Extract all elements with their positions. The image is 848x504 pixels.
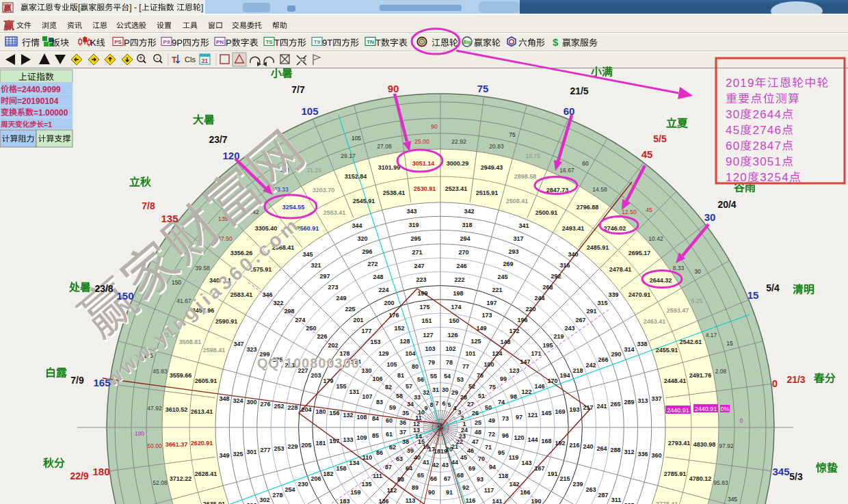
- svg-text:127: 127: [423, 332, 433, 339]
- svg-text:60: 60: [386, 417, 393, 424]
- svg-text:21/3: 21/3: [786, 374, 805, 385]
- svg-text:71: 71: [485, 444, 492, 451]
- svg-text:105: 105: [352, 135, 361, 142]
- svg-text:77: 77: [462, 363, 469, 370]
- svg-text:76: 76: [477, 372, 483, 379]
- svg-text:39.58: 39.58: [195, 265, 210, 271]
- svg-text:194: 194: [559, 372, 570, 379]
- svg-text:265: 265: [610, 401, 620, 408]
- svg-text:133: 133: [343, 436, 353, 443]
- svg-text:6: 6: [442, 400, 445, 407]
- svg-text:62: 62: [389, 444, 396, 451]
- svg-text:3559.66: 3559.66: [170, 372, 192, 379]
- svg-text:2793.41: 2793.41: [668, 440, 691, 447]
- svg-text:47: 47: [472, 438, 479, 445]
- svg-text:50.00: 50.00: [147, 442, 162, 449]
- svg-text:119: 119: [509, 454, 519, 461]
- svg-text:252: 252: [274, 403, 284, 410]
- svg-text:Big: Big: [463, 40, 471, 45]
- svg-text:196: 196: [517, 317, 527, 323]
- svg-text:200: 200: [384, 300, 394, 306]
- svg-text:23/8: 23/8: [94, 283, 113, 294]
- svg-text:2470.91: 2470.91: [628, 291, 651, 298]
- svg-text:302: 302: [259, 496, 269, 503]
- svg-text:68: 68: [457, 472, 464, 479]
- svg-text:2491.76: 2491.76: [689, 372, 712, 379]
- svg-text:217: 217: [583, 404, 593, 411]
- svg-text:346: 346: [262, 291, 272, 298]
- svg-text:5/5: 5/5: [653, 133, 667, 144]
- svg-text:2440.91: 2440.91: [667, 407, 689, 414]
- svg-text:158: 158: [336, 465, 346, 472]
- svg-text:294: 294: [460, 235, 470, 242]
- svg-text:60: 60: [582, 160, 589, 167]
- svg-text:33: 33: [414, 394, 421, 401]
- svg-text:337: 337: [651, 395, 661, 402]
- svg-text:2785.91: 2785.91: [664, 470, 687, 477]
- svg-text:254: 254: [284, 486, 295, 493]
- svg-text:341: 341: [518, 222, 529, 229]
- svg-text:269: 269: [503, 261, 513, 267]
- svg-text:143: 143: [521, 460, 531, 466]
- svg-text:2949.43: 2949.43: [481, 164, 503, 171]
- svg-text:105: 105: [302, 105, 319, 117]
- svg-text:338: 338: [637, 341, 647, 347]
- svg-text:315: 315: [597, 300, 607, 306]
- svg-text:216: 216: [569, 442, 579, 449]
- svg-text:2644: 2644: [753, 108, 782, 121]
- svg-text:58: 58: [396, 393, 403, 399]
- svg-text:2440.91: 2440.91: [695, 406, 717, 412]
- svg-text:14.58: 14.58: [592, 186, 607, 193]
- svg-text:79: 79: [428, 359, 435, 366]
- svg-text:273: 273: [328, 284, 338, 291]
- svg-text:179: 179: [323, 377, 333, 384]
- svg-text:2523.41: 2523.41: [445, 185, 468, 192]
- svg-text:49: 49: [488, 417, 495, 424]
- svg-text:74: 74: [498, 399, 505, 406]
- svg-text:31: 31: [432, 386, 439, 393]
- svg-text:2485.91: 2485.91: [587, 244, 609, 251]
- svg-text:K: K: [90, 38, 96, 48]
- svg-text:45: 45: [641, 148, 653, 160]
- svg-text:242: 242: [585, 362, 596, 369]
- svg-text:224: 224: [378, 287, 388, 293]
- svg-text:247: 247: [414, 263, 424, 269]
- svg-text:278: 278: [272, 492, 282, 499]
- svg-text:165: 165: [94, 377, 111, 388]
- svg-text:173: 173: [481, 312, 492, 319]
- svg-text:3203.70: 3203.70: [313, 187, 335, 194]
- svg-text:120: 120: [514, 434, 524, 441]
- svg-text:99: 99: [500, 375, 507, 382]
- svg-text:221: 221: [492, 287, 502, 293]
- svg-text:2590.91: 2590.91: [215, 318, 238, 325]
- svg-text:320: 320: [357, 235, 367, 242]
- svg-text:340: 340: [568, 251, 578, 258]
- svg-text:180: 180: [315, 408, 326, 415]
- svg-text:146: 146: [534, 383, 544, 390]
- svg-text:75: 75: [477, 83, 489, 94]
- svg-text:118: 118: [499, 473, 509, 479]
- svg-text:2515.91: 2515.91: [476, 189, 499, 196]
- svg-text:2545.91: 2545.91: [353, 198, 375, 204]
- svg-text:PN: PN: [216, 39, 224, 45]
- svg-text:113: 113: [406, 497, 416, 504]
- svg-text:155: 155: [336, 383, 346, 390]
- svg-text:175: 175: [419, 304, 429, 310]
- svg-text:30: 30: [726, 108, 740, 121]
- svg-text:31.25: 31.25: [306, 167, 321, 174]
- svg-text:-: -: [157, 55, 159, 62]
- svg-text:202: 202: [328, 342, 338, 349]
- svg-text:2553.41: 2553.41: [323, 209, 346, 216]
- svg-text:2598.41: 2598.41: [203, 347, 226, 354]
- svg-text:103: 103: [425, 345, 435, 352]
- svg-text:0: 0: [740, 417, 743, 424]
- svg-text:57: 57: [406, 383, 412, 390]
- svg-text:325: 325: [233, 451, 243, 457]
- svg-text:98: 98: [510, 393, 517, 400]
- svg-text:82: 82: [385, 384, 392, 390]
- svg-text:3508.81: 3508.81: [179, 339, 202, 345]
- svg-text:321: 321: [310, 262, 321, 269]
- svg-text:244: 244: [534, 295, 544, 302]
- svg-text:228: 228: [287, 404, 297, 411]
- svg-text:46: 46: [467, 447, 474, 454]
